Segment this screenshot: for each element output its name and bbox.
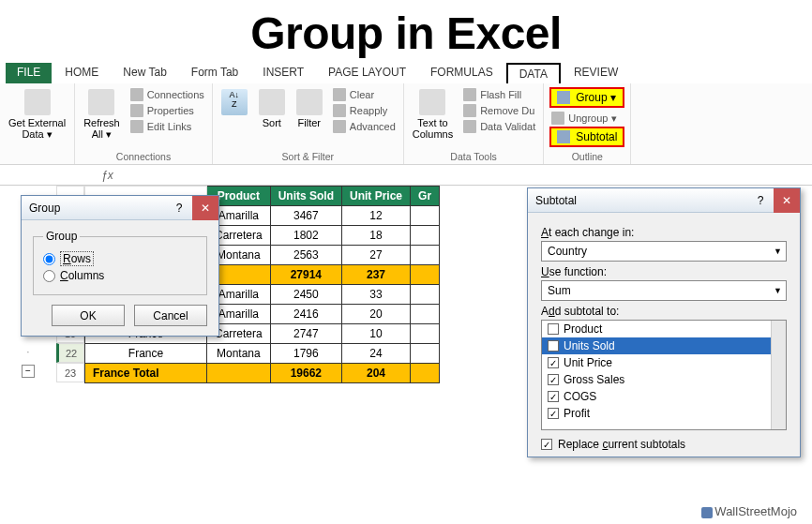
- column-header[interactable]: Units Sold: [270, 187, 341, 206]
- cancel-button[interactable]: Cancel: [134, 305, 207, 326]
- cell[interactable]: 27914: [270, 265, 341, 285]
- cell[interactable]: 2747: [270, 324, 341, 344]
- cell[interactable]: 12: [342, 206, 411, 226]
- cell[interactable]: 20: [342, 305, 411, 324]
- filter-button[interactable]: Filter: [293, 87, 325, 134]
- cell[interactable]: [411, 246, 440, 265]
- cell[interactable]: 2450: [270, 285, 341, 305]
- connections-button[interactable]: Connections: [128, 87, 206, 102]
- ungroup-button[interactable]: Ungroup ▾: [549, 111, 624, 126]
- radio-rows[interactable]: Rows: [43, 251, 197, 266]
- radio-rows-input[interactable]: [43, 253, 55, 265]
- cell[interactable]: 1802: [270, 226, 341, 246]
- list-item-label: Gross Sales: [564, 373, 624, 386]
- cell[interactable]: [411, 324, 440, 344]
- cell[interactable]: 18: [342, 226, 411, 246]
- list-item-label: COGS: [564, 390, 596, 403]
- sort-az-button[interactable]: A↓Z: [218, 87, 250, 134]
- cell[interactable]: 19662: [270, 364, 341, 383]
- column-header[interactable]: Gr: [411, 187, 440, 206]
- refresh-label: Refresh All ▾: [83, 117, 120, 141]
- checkbox-icon: ✓: [548, 391, 559, 402]
- tab-formulas[interactable]: FORMULAS: [419, 63, 504, 83]
- outline-collapse-button[interactable]: −: [22, 365, 35, 378]
- properties-button[interactable]: Properties: [128, 103, 206, 118]
- cell[interactable]: 27: [342, 246, 411, 265]
- cell[interactable]: 2416: [270, 305, 341, 324]
- use-function-dropdown[interactable]: Sum▼: [541, 280, 787, 301]
- sort-filter-group-label: Sort & Filter: [218, 151, 398, 162]
- replace-subtotals-checkbox[interactable]: ✓Replace current subtotals: [541, 438, 787, 451]
- edit-links-button[interactable]: Edit Links: [128, 119, 206, 134]
- row-header[interactable]: 22: [56, 343, 84, 363]
- scrollbar[interactable]: [771, 321, 786, 429]
- reapply-button[interactable]: Reapply: [331, 103, 398, 118]
- cell[interactable]: France: [85, 344, 207, 364]
- list-item[interactable]: ✓Units Sold: [542, 337, 786, 354]
- connections-label: Connections: [147, 89, 204, 100]
- row-header[interactable]: 23: [56, 363, 84, 382]
- group-label: Group ▾: [576, 91, 616, 104]
- tab-newtab[interactable]: New Tab: [112, 63, 177, 83]
- text-to-columns-button[interactable]: Text to Columns: [410, 87, 456, 142]
- refresh-all-button[interactable]: Refresh All ▾: [81, 87, 123, 142]
- tab-pagelayout[interactable]: PAGE LAYOUT: [317, 63, 417, 83]
- tab-file[interactable]: FILE: [6, 63, 52, 83]
- cell[interactable]: 3467: [270, 206, 341, 226]
- at-each-label: At each change in:: [541, 226, 787, 239]
- list-item[interactable]: ✓Profit: [542, 405, 786, 422]
- help-icon[interactable]: ?: [747, 188, 774, 213]
- flash-fill-icon: [463, 88, 476, 101]
- cell[interactable]: [411, 364, 440, 383]
- radio-columns[interactable]: Columns: [43, 269, 197, 282]
- cell[interactable]: 237: [342, 265, 411, 285]
- dialog-titlebar[interactable]: Subtotal ? ✕: [528, 188, 800, 213]
- flash-fill-button[interactable]: Flash Fill: [461, 87, 537, 102]
- cell[interactable]: [411, 206, 440, 226]
- ok-button[interactable]: OK: [52, 305, 125, 326]
- data-validation-button[interactable]: Data Validat: [461, 119, 537, 134]
- clear-button[interactable]: Clear: [331, 87, 398, 102]
- list-item[interactable]: ✓Gross Sales: [542, 371, 786, 388]
- tab-formtab[interactable]: Form Tab: [180, 63, 249, 83]
- dialog-titlebar[interactable]: Group ? ✕: [22, 196, 218, 220]
- remove-duplicates-button[interactable]: Remove Du: [461, 103, 537, 118]
- subtotal-button[interactable]: Subtotal: [549, 127, 624, 147]
- radio-columns-input[interactable]: [43, 270, 55, 282]
- cell[interactable]: [411, 305, 440, 324]
- cell[interactable]: [207, 364, 271, 383]
- group-button[interactable]: Group ▾: [549, 87, 624, 108]
- tab-home[interactable]: HOME: [53, 63, 110, 83]
- sort-button[interactable]: Sort: [256, 87, 288, 134]
- advanced-button[interactable]: Advanced: [331, 119, 398, 134]
- add-subtotal-listbox[interactable]: Product✓Units Sold✓Unit Price✓Gross Sale…: [541, 320, 787, 430]
- table-row[interactable]: FranceMontana179624: [85, 344, 440, 364]
- cell[interactable]: [411, 265, 440, 285]
- get-external-data-button[interactable]: Get External Data ▾: [6, 87, 68, 142]
- cell[interactable]: [411, 344, 440, 364]
- clear-label: Clear: [350, 89, 374, 100]
- column-header[interactable]: Unit Price: [342, 187, 411, 206]
- table-row[interactable]: France Total19662204: [85, 364, 440, 383]
- tab-data[interactable]: DATA: [506, 63, 561, 83]
- cell[interactable]: [411, 226, 440, 246]
- cell[interactable]: Montana: [207, 344, 271, 364]
- tab-insert[interactable]: INSERT: [251, 63, 315, 83]
- list-item[interactable]: Product: [542, 321, 786, 337]
- cell[interactable]: [411, 285, 440, 305]
- list-item[interactable]: ✓COGS: [542, 388, 786, 405]
- list-item[interactable]: ✓Unit Price: [542, 354, 786, 371]
- close-icon[interactable]: ✕: [774, 188, 800, 213]
- at-each-dropdown[interactable]: Country▼: [541, 241, 787, 262]
- cell[interactable]: 1796: [270, 344, 341, 364]
- cell[interactable]: 33: [342, 285, 411, 305]
- close-icon[interactable]: ✕: [192, 196, 218, 220]
- help-icon[interactable]: ?: [166, 196, 192, 220]
- cell[interactable]: 204: [342, 364, 411, 383]
- cell[interactable]: 10: [342, 324, 411, 344]
- tab-review[interactable]: REVIEW: [563, 63, 629, 83]
- cell[interactable]: France Total: [85, 364, 207, 383]
- cell[interactable]: 24: [342, 344, 411, 364]
- cell[interactable]: 2563: [270, 246, 341, 265]
- fx-icon[interactable]: ƒx: [94, 169, 121, 182]
